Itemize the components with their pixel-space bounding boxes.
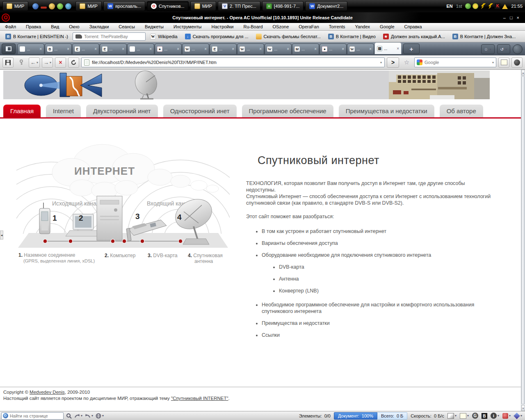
menu-yandex[interactable]: Yandex	[350, 24, 375, 29]
chevron-down-icon[interactable]: ▾	[492, 61, 494, 64]
tab-close-icon[interactable]: ×	[67, 47, 69, 51]
bookmark-must-know[interactable]: ★ Должен знать каждый.А...	[380, 33, 448, 40]
menu-window[interactable]: Окно	[64, 24, 84, 29]
back-button[interactable]: ←▾	[29, 57, 40, 68]
quick-launch-icon[interactable]	[57, 3, 63, 9]
search-field[interactable]: ▾	[414, 57, 496, 67]
quick-launch-icon[interactable]	[65, 3, 71, 9]
tab-close-icon[interactable]: ×	[397, 46, 399, 51]
taskbar-window-mir-2[interactable]: МИР	[190, 1, 216, 11]
language-indicator[interactable]: EN	[447, 4, 453, 9]
bookmark-wikipedia[interactable]: W Wikipedia	[147, 33, 180, 40]
bookmark-vk-video[interactable]: B В Контакте | Видео	[325, 33, 379, 40]
new-tab-button[interactable]: +	[403, 43, 420, 54]
menu-settings[interactable]: Настройки	[207, 24, 239, 29]
taskbar-window-tp-press[interactable]: V 2. ТП Прес...	[218, 1, 260, 11]
fast-forward-button[interactable]: ▾	[74, 413, 82, 419]
torrent-search-field[interactable]	[73, 32, 146, 41]
url-input[interactable]	[92, 60, 377, 65]
author-link[interactable]: Medvedev Denis	[30, 390, 65, 395]
browser-tab[interactable]: W...×	[182, 43, 209, 54]
document-zoom-indicator[interactable]: Документ:100%	[334, 412, 377, 420]
menu-edit[interactable]: Правка	[21, 24, 46, 29]
quick-launch-icon[interactable]	[41, 7, 47, 9]
undo-trash-button[interactable]: ↺▾	[497, 44, 510, 54]
wand-button[interactable]	[16, 57, 27, 68]
browser-tab[interactable]: ●...×	[320, 43, 347, 54]
menu-operafan[interactable]: OperaFan	[294, 24, 324, 29]
bookmark-page-button[interactable]: ☆	[401, 57, 412, 68]
images-toggle-button[interactable]: ▾	[447, 413, 457, 419]
tray-icon-icq[interactable]	[472, 3, 478, 9]
unite-button[interactable]	[511, 57, 523, 68]
site-tab-software[interactable]: Программное обеспечение	[242, 105, 333, 117]
view-mode-button[interactable]: ▾	[96, 413, 104, 419]
site-tab-internet[interactable]: Internet	[46, 105, 81, 117]
browser-tab[interactable]: ...×	[127, 43, 154, 54]
tab-close-icon[interactable]: ×	[94, 47, 97, 51]
save-button[interactable]	[2, 57, 14, 68]
bookmark-vk-mustknow[interactable]: B В Контакте | Должен Зна...	[450, 33, 518, 40]
rewind-button[interactable]: ▾	[85, 413, 93, 419]
gesture-button[interactable]: G	[472, 413, 478, 419]
menu-google[interactable]: Google	[375, 24, 399, 29]
page-scrollbar[interactable]: ▲ ▼	[521, 70, 525, 411]
tray-icon-network[interactable]	[502, 3, 508, 9]
tab-close-icon[interactable]: ×	[259, 47, 262, 51]
find-input[interactable]	[10, 413, 65, 418]
bookmark-films[interactable]: Скачать фильмы бесплат...	[253, 33, 324, 40]
tray-icon-green[interactable]	[465, 3, 471, 9]
reload-button[interactable]	[68, 57, 79, 68]
browser-tab[interactable]: W...×	[265, 43, 292, 54]
maximize-button[interactable]: □	[510, 15, 513, 20]
tray-icon-kaspersky[interactable]: K	[495, 3, 500, 9]
tab-close-icon[interactable]: ×	[232, 47, 234, 51]
taskbar-window-mir-1[interactable]: МИР	[75, 1, 101, 11]
tab-close-icon[interactable]: ×	[39, 47, 42, 51]
taskbar-window-opera-active[interactable]: O Спутников...	[147, 1, 189, 11]
tab-close-icon[interactable]: ×	[149, 47, 152, 51]
browser-tab[interactable]: B...×	[45, 43, 72, 54]
tab-close-icon[interactable]: ×	[342, 47, 344, 51]
topic-link[interactable]: "Спутниковый INTERNET"	[171, 396, 228, 401]
quick-launch-icon[interactable]	[49, 3, 55, 9]
browser-tab[interactable]: ...×	[17, 43, 44, 54]
menu-help[interactable]: Справка	[399, 24, 427, 29]
close-button[interactable]: ×	[517, 15, 519, 20]
closed-tabs-button[interactable]: ☆▾	[481, 44, 495, 54]
note-button[interactable]	[498, 57, 509, 68]
scrollbar-thumb[interactable]	[521, 76, 525, 404]
site-tab-author[interactable]: Об авторе	[440, 105, 483, 117]
scroll-up-button[interactable]: ▲	[521, 70, 525, 75]
info-button[interactable]: i▾	[491, 413, 499, 419]
forward-button[interactable]: →▾	[42, 57, 53, 68]
address-field[interactable]: ▾	[81, 57, 385, 67]
menu-tools[interactable]: Инструменты	[169, 24, 207, 29]
find-field[interactable]	[1, 412, 64, 420]
site-tab-oneway[interactable]: Односторонний инет	[163, 105, 237, 117]
panel-toggle-button[interactable]	[2, 43, 16, 54]
stop-button[interactable]: ×	[55, 57, 66, 68]
browser-tab[interactable]: E...×	[72, 43, 99, 54]
side-panel-handle[interactable]: ◄	[0, 231, 3, 240]
tray-icon-qip2[interactable]	[487, 3, 493, 9]
site-tab-home[interactable]: Главная	[3, 105, 41, 117]
taskbar-window-mir-0[interactable]: МИР	[2, 1, 28, 11]
tab-close-icon[interactable]: ×	[122, 47, 124, 51]
security-button[interactable]: ▾	[502, 413, 511, 419]
menu-bookmarks[interactable]: Закладки	[84, 24, 114, 29]
widgets-button[interactable]: ▾	[514, 413, 522, 419]
taskbar-window-word-yaroslavl[interactable]: W ярославль...	[103, 1, 145, 11]
menu-file[interactable]: Файл	[0, 24, 21, 29]
site-tab-pros-cons[interactable]: Преимущества и недостатки	[339, 105, 434, 117]
taskbar-window-document2[interactable]: W Документ2...	[305, 1, 347, 11]
tab-close-icon[interactable]: ×	[177, 47, 179, 51]
find-next-button[interactable]	[66, 413, 72, 419]
bookmark-vk-einshtein[interactable]: B В Контакте | EINSHTEIN -)	[2, 33, 71, 40]
tray-icon-qip[interactable]	[480, 3, 486, 9]
menu-sessions[interactable]: Сеансы	[114, 24, 140, 29]
style-button[interactable]: ▾	[460, 413, 469, 419]
sync-button[interactable]	[513, 44, 523, 54]
search-input[interactable]	[425, 60, 489, 65]
tab-close-icon[interactable]: ×	[287, 47, 289, 51]
